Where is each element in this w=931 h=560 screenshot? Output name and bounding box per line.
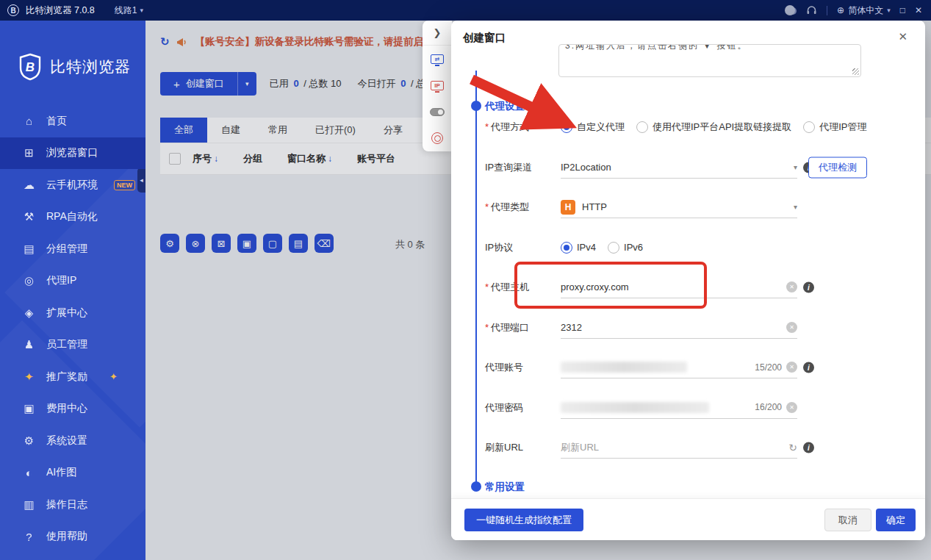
- sidebar-item-staff-manage[interactable]: ♟员工管理: [0, 329, 145, 362]
- sidebar-item-label: 浏览器窗口: [46, 146, 98, 159]
- chevron-down-icon[interactable]: ▾: [794, 163, 797, 171]
- info-icon[interactable]: i: [803, 362, 814, 373]
- generate-fingerprint-button[interactable]: 一键随机生成指纹配置: [464, 509, 583, 531]
- sidebar-item-help[interactable]: ?使用帮助: [0, 521, 145, 553]
- ip-protocol-control[interactable]: IPv4IPv6: [561, 237, 797, 259]
- section-dot: [471, 481, 481, 492]
- quick-toolbar: ❯ ⇄ IP: [423, 21, 452, 151]
- resize-handle-icon[interactable]: [852, 68, 859, 75]
- avatar[interactable]: [784, 4, 796, 16]
- fingerprint-icon: [431, 132, 443, 144]
- field-right-icons: ✕: [786, 322, 797, 333]
- proxy-method-control[interactable]: 自定义代理使用代理IP平台API提取链接提取代理IP管理: [561, 116, 797, 138]
- refresh-url-icon[interactable]: ↻: [788, 442, 797, 453]
- sidebar-item-system-settings[interactable]: ⚙系统设置: [0, 425, 145, 457]
- svg-text:B: B: [26, 60, 35, 74]
- proxy-ip-button[interactable]: IP: [423, 72, 452, 98]
- sidebar-item-extension-center[interactable]: ◈扩展中心: [0, 297, 145, 329]
- ip-protocol-option[interactable]: IPv6: [608, 242, 643, 254]
- proxy-account-control[interactable]: 15/200✕: [561, 356, 797, 378]
- section-common-title: 常用设置: [485, 481, 525, 494]
- required-star: *: [485, 121, 489, 132]
- proxy-password-control[interactable]: 16/200✕: [561, 397, 797, 419]
- field-right-icons: ▾: [794, 203, 797, 211]
- proxy-ip-icon: ◎: [22, 274, 36, 287]
- clear-icon[interactable]: ✕: [786, 402, 797, 413]
- language-selector[interactable]: ⊕ 简体中文 ▾: [837, 4, 891, 17]
- info-icon[interactable]: i: [803, 442, 814, 453]
- browser-window-icon: ⊞: [22, 146, 36, 159]
- field-row-proxy-port: *代理端口2312✕: [451, 308, 925, 348]
- sidebar-item-label: 使用帮助: [46, 530, 87, 543]
- sidebar-item-rpa[interactable]: ⚒RPA自动化: [0, 201, 145, 234]
- field-row-ip-protocol: IP协议IPv4IPv6: [451, 228, 925, 268]
- sidebar-menu: ⌂首页⊞浏览器窗口☁云手机环境NEW⚒RPA自动化▤分组管理◎代理IP◈扩展中心…: [0, 105, 145, 553]
- proxy-method-option[interactable]: 代理IP管理: [803, 121, 866, 134]
- proxy-port-value: 2312: [561, 322, 582, 333]
- info-icon[interactable]: i: [803, 282, 814, 293]
- sidebar-item-label: 员工管理: [46, 338, 87, 351]
- minimize-button[interactable]: □: [900, 5, 905, 15]
- note-textarea[interactable]: 3.网址输入后，请点击右侧的 ▼ 按钮。: [558, 44, 861, 77]
- language-label: 简体中文: [848, 4, 883, 17]
- sidebar-item-ai-draw[interactable]: ◐AI作图: [0, 457, 145, 489]
- globe-icon: ⊕: [837, 5, 844, 15]
- brand: B 比特浏览器: [0, 21, 145, 81]
- support-headset-icon[interactable]: [805, 4, 817, 16]
- clear-icon[interactable]: ✕: [786, 362, 797, 373]
- extension-center-icon: ◈: [22, 306, 36, 320]
- operation-log-icon: ▥: [22, 498, 36, 511]
- fingerprint-button[interactable]: [423, 125, 452, 151]
- proxy-host-value: proxy.croxy.com: [561, 281, 629, 292]
- sidebar-item-label: 扩展中心: [46, 306, 87, 320]
- system-settings-icon: ⚙: [22, 434, 36, 448]
- ip-query-channel-control[interactable]: IP2Location▾: [561, 157, 797, 179]
- proxy-host-control[interactable]: proxy.croxy.com✕: [561, 276, 797, 298]
- brand-shield-icon: B: [18, 53, 43, 81]
- confirm-button[interactable]: 确定: [876, 509, 916, 531]
- clear-icon[interactable]: ✕: [786, 322, 797, 333]
- radio-icon[interactable]: [608, 242, 619, 254]
- sync-window-button[interactable]: ⇄: [423, 46, 452, 72]
- sidebar-item-proxy-ip[interactable]: ◎代理IP: [0, 265, 145, 298]
- field-row-ip-query-channel: IP查询渠道IP2Location▾i代理检测: [451, 148, 925, 188]
- clear-icon[interactable]: ✕: [786, 281, 797, 292]
- sidebar-item-browser-window[interactable]: ⊞浏览器窗口: [0, 137, 145, 170]
- proxy-check-button[interactable]: 代理检测: [808, 157, 867, 178]
- proxy-type-control[interactable]: HHTTP▾: [561, 196, 797, 218]
- sidebar-item-label: AI作图: [46, 466, 76, 479]
- sidebar-item-label: RPA自动化: [46, 210, 98, 223]
- toggle-button[interactable]: [423, 98, 452, 125]
- rpa-icon: ⚒: [22, 210, 36, 223]
- proxy-type-value: HTTP: [582, 201, 607, 212]
- toolbar-expand-button[interactable]: ❯: [423, 21, 452, 46]
- home-icon: ⌂: [22, 115, 36, 127]
- radio-icon[interactable]: [803, 121, 815, 133]
- radio-icon[interactable]: [636, 121, 648, 133]
- info-wrap: i: [803, 362, 814, 373]
- sidebar-item-group-manage[interactable]: ▤分组管理: [0, 233, 145, 265]
- sidebar-item-home[interactable]: ⌂首页: [0, 105, 145, 137]
- refresh-url-value: 刷新URL: [561, 441, 599, 454]
- sidebar-item-operation-log[interactable]: ▥操作日志: [0, 489, 145, 521]
- radio-icon[interactable]: [561, 121, 572, 133]
- proxy-method-option[interactable]: 自定义代理: [561, 121, 625, 134]
- cancel-button[interactable]: 取消: [824, 509, 871, 531]
- proxy-port-control[interactable]: 2312✕: [561, 317, 797, 339]
- sidebar-item-cloud-phone[interactable]: ☁云手机环境NEW: [0, 169, 145, 201]
- field-row-proxy-host: *代理主机proxy.croxy.com✕i: [451, 268, 925, 308]
- sidebar-item-promo-reward[interactable]: ✦推广奖励✦: [0, 361, 145, 393]
- modal-fields: *代理方式自定义代理使用代理IP平台API提取链接提取代理IP管理IP查询渠道I…: [451, 107, 925, 468]
- proxy-method-option[interactable]: 使用代理IP平台API提取链接提取: [636, 121, 791, 134]
- line-selector[interactable]: 线路1 ▾: [115, 4, 143, 17]
- field-right-icons: 16/200✕: [755, 402, 797, 413]
- radio-icon[interactable]: [561, 242, 572, 254]
- refresh-url-control[interactable]: 刷新URL↻: [561, 437, 797, 459]
- ip-protocol-option[interactable]: IPv4: [561, 242, 596, 254]
- help-icon: ?: [22, 531, 36, 543]
- close-app-button[interactable]: ✕: [915, 5, 922, 15]
- chevron-down-icon[interactable]: ▾: [794, 203, 797, 211]
- sidebar-item-billing-center[interactable]: ▣费用中心: [0, 393, 145, 426]
- required-star: *: [485, 322, 489, 333]
- toggle-icon: [430, 108, 445, 116]
